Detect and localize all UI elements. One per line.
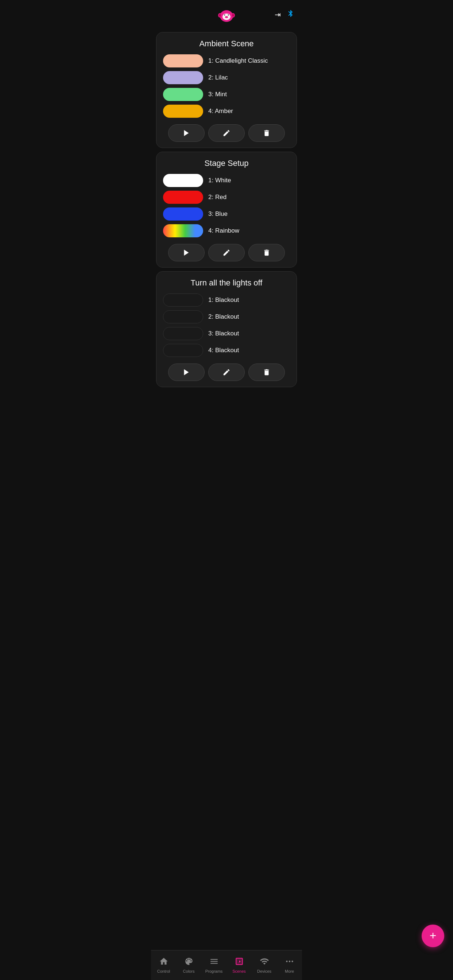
svg-point-2 <box>219 14 221 17</box>
play-button[interactable] <box>168 363 205 381</box>
color-label-2: 2: Lilac <box>208 74 228 81</box>
color-swatch-4 <box>163 105 203 118</box>
color-swatch-3 <box>163 88 203 101</box>
color-label-3: 3: Mint <box>208 91 227 98</box>
svg-point-11 <box>225 16 226 17</box>
svg-marker-15 <box>184 369 189 375</box>
color-row: 4: Rainbow <box>163 224 290 237</box>
edit-button[interactable] <box>208 363 245 381</box>
color-swatch-1 <box>163 54 203 67</box>
color-label-rainbow: 4: Rainbow <box>208 227 239 234</box>
color-row: 2: Lilac <box>163 71 290 84</box>
color-swatch-rainbow <box>163 224 203 237</box>
scene-title-ambient: Ambient Scene <box>163 39 290 48</box>
svg-point-8 <box>224 14 225 16</box>
color-label-blackout-4: 4: Blackout <box>208 347 239 354</box>
color-list-lights-off: 1: Blackout 2: Blackout 3: Blackout 4: B… <box>163 293 290 357</box>
color-row: 4: Blackout <box>163 344 290 357</box>
bluetooth-icon[interactable] <box>287 10 295 20</box>
delete-button[interactable] <box>248 363 285 381</box>
delete-button[interactable] <box>248 124 285 142</box>
color-label-1: 1: Candlelight Classic <box>208 57 268 65</box>
app-logo <box>217 6 236 25</box>
scene-actions-stage <box>163 244 290 261</box>
edit-button[interactable] <box>208 124 245 142</box>
svg-marker-13 <box>184 130 189 136</box>
color-label-blackout-3: 3: Blackout <box>208 330 239 337</box>
scenes-list: Ambient Scene 1: Candlelight Classic 2: … <box>151 29 302 424</box>
header-actions: ⇥ <box>274 10 295 20</box>
color-row: 1: Blackout <box>163 293 290 307</box>
color-list-ambient: 1: Candlelight Classic 2: Lilac 3: Mint … <box>163 54 290 118</box>
color-row: 4: Amber <box>163 105 290 118</box>
color-swatch-blackout-2 <box>163 310 203 323</box>
color-swatch-red <box>163 191 203 204</box>
scene-title-stage: Stage Setup <box>163 159 290 168</box>
play-button[interactable] <box>168 244 205 261</box>
color-row: 2: Red <box>163 191 290 204</box>
login-icon[interactable]: ⇥ <box>274 10 281 19</box>
color-swatch-blackout-4 <box>163 344 203 357</box>
color-label-4: 4: Amber <box>208 108 233 115</box>
color-row: 1: Candlelight Classic <box>163 54 290 67</box>
color-row: 2: Blackout <box>163 310 290 323</box>
color-label-blue: 3: Blue <box>208 210 228 218</box>
color-swatch-blackout-1 <box>163 293 203 307</box>
scene-card-lights-off: Turn all the lights off 1: Blackout 2: B… <box>156 271 297 387</box>
color-label-blackout-2: 2: Blackout <box>208 313 239 320</box>
header: ⇥ <box>151 0 302 29</box>
color-label-red: 2: Red <box>208 194 226 201</box>
color-label-white: 1: White <box>208 177 231 184</box>
edit-button[interactable] <box>208 244 245 261</box>
svg-point-9 <box>228 14 229 16</box>
color-row: 3: Mint <box>163 88 290 101</box>
color-row: 3: Blackout <box>163 327 290 340</box>
color-row: 3: Blue <box>163 207 290 221</box>
svg-marker-14 <box>184 250 189 256</box>
scene-card-ambient: Ambient Scene 1: Candlelight Classic 2: … <box>156 32 297 148</box>
color-swatch-2 <box>163 71 203 84</box>
svg-point-12 <box>227 16 228 17</box>
color-swatch-white <box>163 174 203 187</box>
color-swatch-blue <box>163 207 203 221</box>
color-row: 1: White <box>163 174 290 187</box>
scene-title-lights-off: Turn all the lights off <box>163 278 290 288</box>
scene-actions-lights-off <box>163 363 290 381</box>
color-list-stage: 1: White 2: Red 3: Blue 4: Rainbow <box>163 174 290 237</box>
color-swatch-blackout-3 <box>163 327 203 340</box>
scene-card-stage: Stage Setup 1: White 2: Red 3: Blue 4: R… <box>156 152 297 267</box>
play-button[interactable] <box>168 124 205 142</box>
color-label-blackout-1: 1: Blackout <box>208 296 239 304</box>
svg-point-4 <box>232 14 234 17</box>
scene-actions-ambient <box>163 124 290 142</box>
delete-button[interactable] <box>248 244 285 261</box>
